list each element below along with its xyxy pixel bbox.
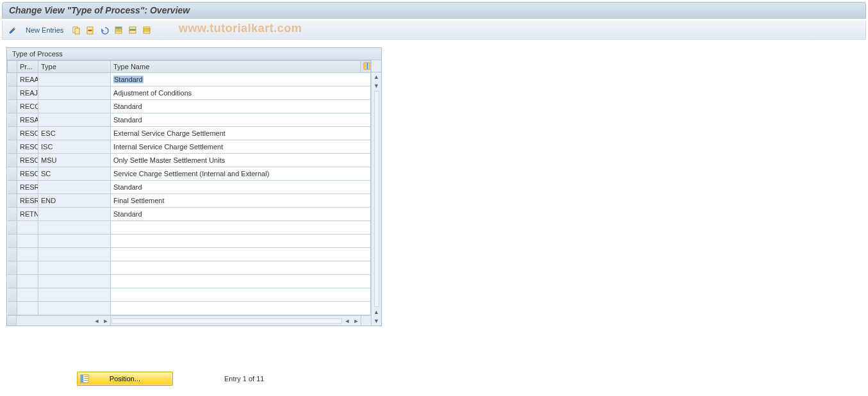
row-selector[interactable] (8, 87, 17, 100)
row-selector[interactable] (8, 288, 17, 302)
row-selector[interactable] (8, 248, 17, 261)
svg-rect-17 (369, 63, 370, 69)
vscroll-down-top-icon[interactable]: ▼ (372, 81, 381, 90)
cell-type-name[interactable] (111, 302, 371, 315)
column-header-type[interactable]: Type (38, 61, 111, 73)
row-selector[interactable] (8, 275, 17, 288)
table-row: RESRStandard (8, 181, 371, 194)
row-selector[interactable] (8, 140, 17, 154)
cell-process: RETN (17, 208, 38, 221)
cell-type-name[interactable] (111, 248, 371, 261)
cell-type-name[interactable]: Standard (111, 73, 371, 87)
column-configure-button[interactable] (361, 61, 371, 73)
table-row (8, 248, 371, 261)
cell-type-name[interactable]: Adjustment of Conditions (111, 87, 371, 100)
row-selector[interactable] (8, 113, 17, 127)
select-all-button[interactable] (112, 24, 125, 37)
hscroll-left-icon[interactable]: ◄ (343, 317, 352, 326)
cell-type-name[interactable]: Only Settle Master Settlement Units (111, 154, 371, 167)
hscroll-right-icon[interactable]: ► (352, 317, 361, 326)
titlebar-text: Change View "Type of Process": Overview (9, 5, 190, 15)
row-selector[interactable] (8, 154, 17, 167)
vscroll-up-icon[interactable]: ▲ (372, 72, 381, 81)
row-selector[interactable] (8, 235, 17, 248)
hscroll-right-fixed-icon[interactable]: ► (101, 317, 110, 326)
cell-type (38, 113, 111, 127)
deselect-all-button[interactable] (140, 24, 153, 37)
cell-process (17, 248, 38, 261)
cell-type-name[interactable] (111, 288, 371, 302)
cell-type-name[interactable]: Final Settlement (111, 194, 371, 208)
cell-process: RESC (17, 167, 38, 181)
footer: Position... Entry 1 of 11 (0, 367, 868, 396)
row-selector[interactable] (8, 100, 17, 113)
row-selector[interactable] (8, 261, 17, 275)
row-selector[interactable] (8, 302, 17, 315)
cell-process: REAA (17, 73, 38, 87)
cell-type-name[interactable]: Standard (111, 113, 371, 127)
toggle-change-mode-button[interactable] (6, 24, 19, 37)
watermark: www.tutorialkart.com (179, 22, 302, 35)
horizontal-scrollbar[interactable]: ◄ ► ◄ ► (7, 315, 371, 326)
vscroll-down-icon[interactable]: ▼ (372, 317, 381, 326)
select-block-button[interactable] (126, 24, 139, 37)
svg-rect-3 (88, 29, 92, 31)
cell-type (38, 87, 111, 100)
process-type-table-panel: Type of Process Pr... Type Type Name REA… (6, 47, 382, 326)
svg-rect-6 (115, 29, 122, 30)
table-row (8, 302, 371, 315)
cell-type-name[interactable] (111, 235, 371, 248)
svg-rect-11 (143, 28, 150, 29)
toolbar: New Entries www.tutorialkart.com (2, 21, 866, 40)
cell-type: END (38, 194, 111, 208)
row-selector[interactable] (8, 181, 17, 194)
cell-process (17, 302, 38, 315)
cell-process: RESC (17, 140, 38, 154)
new-entries-button[interactable]: New Entries (20, 26, 69, 34)
cell-type (38, 261, 111, 275)
cell-process: RESR (17, 181, 38, 194)
cell-type-name[interactable] (111, 261, 371, 275)
column-header-type-name[interactable]: Type Name (111, 61, 361, 73)
cell-type (38, 288, 111, 302)
cell-type-name[interactable]: Standard (111, 181, 371, 194)
cell-type: SC (38, 167, 111, 181)
table-row: RESCESCExternal Service Charge Settlemen… (8, 127, 371, 140)
titlebar: Change View "Type of Process": Overview (2, 2, 866, 19)
svg-rect-20 (84, 376, 88, 377)
cell-type-name[interactable] (111, 221, 371, 235)
vertical-scrollbar[interactable]: ▲ ▼ ▲ ▼ (371, 60, 381, 326)
cell-type (38, 208, 111, 221)
undo-change-button[interactable] (98, 24, 111, 37)
svg-rect-21 (84, 378, 88, 379)
cell-type-name[interactable]: Internal Service Charge Settlement (111, 140, 371, 154)
svg-rect-16 (366, 63, 368, 69)
cell-type-name[interactable] (111, 275, 371, 288)
svg-rect-22 (84, 380, 88, 381)
vscroll-up-bottom-icon[interactable]: ▲ (372, 308, 381, 317)
row-selector[interactable] (8, 167, 17, 181)
cell-type (38, 235, 111, 248)
position-button[interactable]: Position... (77, 372, 173, 386)
copy-as-button[interactable] (70, 24, 83, 37)
cell-type-name[interactable]: Standard (111, 100, 371, 113)
table-row: RESCSCService Charge Settlement (Interna… (8, 167, 371, 181)
column-row-selector[interactable] (8, 61, 17, 73)
cell-type (38, 275, 111, 288)
row-selector[interactable] (8, 73, 17, 87)
hscroll-left-fixed-icon[interactable]: ◄ (92, 317, 101, 326)
row-selector[interactable] (8, 221, 17, 235)
cell-process: RESR (17, 194, 38, 208)
cell-process (17, 275, 38, 288)
cell-type-name[interactable]: External Service Charge Settlement (111, 127, 371, 140)
svg-rect-15 (364, 63, 366, 69)
row-selector[interactable] (8, 208, 17, 221)
column-header-process[interactable]: Pr... (17, 61, 38, 73)
row-selector[interactable] (8, 127, 17, 140)
cell-type-name[interactable]: Service Charge Settlement (Internal and … (111, 167, 371, 181)
delete-button[interactable] (84, 24, 97, 37)
table-row: REAAStandard (8, 73, 371, 87)
cell-type (38, 181, 111, 194)
cell-type-name[interactable]: Standard (111, 208, 371, 221)
row-selector[interactable] (8, 194, 17, 208)
